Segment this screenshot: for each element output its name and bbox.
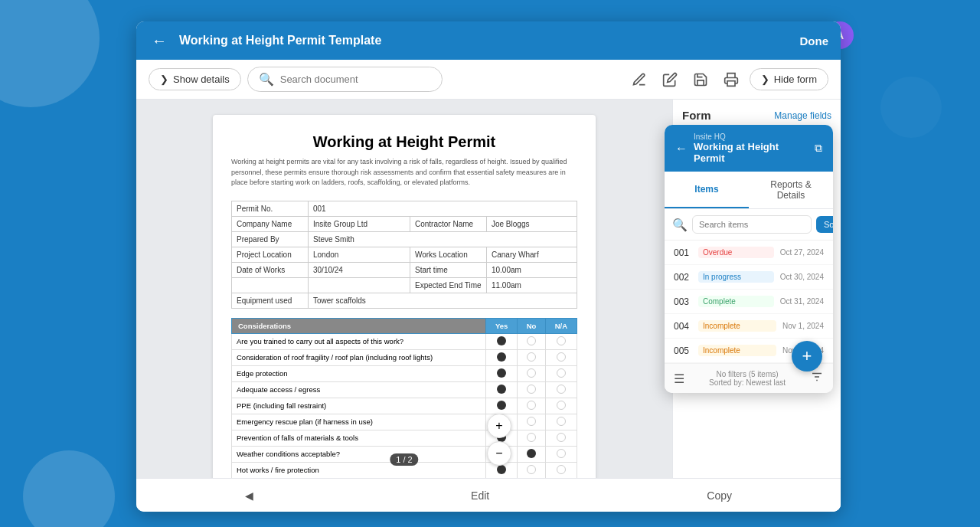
footer-filter-icon[interactable] — [810, 370, 824, 387]
page-title: Working at Height Permit Template — [179, 34, 800, 47]
consideration-no[interactable] — [518, 381, 546, 398]
consideration-na[interactable] — [545, 462, 577, 478]
field-label-end: Expected End Time — [410, 277, 486, 293]
bottom-edit-button[interactable]: Edit — [459, 486, 501, 505]
item-date: Oct 31, 2024 — [780, 297, 824, 306]
item-number: 003 — [674, 296, 692, 307]
popup-search-icon: 🔍 — [672, 218, 688, 232]
field-label-permit: Permit No. — [232, 201, 309, 216]
popup-doc-title: Working at Height Permit — [694, 141, 808, 164]
consideration-no[interactable] — [518, 414, 546, 430]
field-value-works: Canary Wharf — [486, 247, 577, 262]
svg-rect-0 — [727, 80, 735, 86]
consideration-na[interactable] — [545, 381, 577, 398]
zoom-in-button[interactable]: + — [487, 414, 511, 438]
consideration-yes[interactable] — [486, 365, 518, 381]
field-label-contractor: Contractor Name — [410, 216, 486, 231]
consideration-label: Weather conditions acceptable? — [232, 446, 486, 462]
field-label-start: Start time — [410, 262, 486, 277]
consideration-no[interactable] — [518, 333, 546, 349]
title-bar: ← Working at Height Permit Template Done — [136, 21, 841, 60]
search-icon: 🔍 — [259, 72, 274, 87]
page-indicator: 1 / 2 — [390, 453, 418, 466]
consideration-no[interactable] — [518, 365, 546, 381]
consideration-yes[interactable] — [486, 349, 518, 365]
form-header: Form Manage fields — [682, 109, 831, 122]
consideration-label: Consideration of roof fragility / roof p… — [232, 349, 486, 365]
consideration-row: Emergency rescue plan (if harness in use… — [232, 414, 577, 430]
zoom-out-button[interactable]: − — [487, 441, 511, 466]
status-badge: Incomplete — [698, 345, 776, 356]
filter-text: No filters (5 items) — [716, 370, 778, 378]
consideration-na[interactable] — [545, 365, 577, 381]
list-item[interactable]: 004IncompleteNov 1, 2024 — [665, 314, 833, 339]
print-button[interactable] — [719, 67, 743, 92]
form-title: Form — [682, 109, 711, 122]
fab-add-button[interactable]: + — [792, 341, 822, 372]
list-item[interactable]: 003CompleteOct 31, 2024 — [665, 290, 833, 314]
popup-panel: ← Insite HQ Working at Height Permit ⧉ I… — [665, 125, 833, 393]
status-badge: Overdue — [698, 247, 774, 258]
popup-header: ← Insite HQ Working at Height Permit ⧉ — [665, 125, 833, 172]
bottom-copy-button[interactable]: Copy — [694, 486, 744, 505]
sort-text: Sorted by: Newest last — [709, 378, 786, 387]
consideration-label: Hot works / fire protection — [232, 462, 486, 478]
consideration-no[interactable] — [518, 398, 546, 414]
consideration-row: Edge protection — [232, 365, 577, 381]
list-item[interactable]: 001OverdueOct 27, 2024 — [665, 241, 833, 265]
sort-button[interactable]: Sort — [816, 216, 833, 233]
consideration-na[interactable] — [545, 446, 577, 462]
consideration-na[interactable] — [545, 398, 577, 414]
bottom-bar: ◀ Edit Copy — [136, 478, 841, 512]
consideration-no[interactable] — [518, 446, 546, 462]
consideration-row: Are you trained to carry out all aspects… — [232, 333, 577, 349]
fields-table: Permit No. 001 Company Name Insite Group… — [231, 201, 577, 309]
consideration-na[interactable] — [545, 333, 577, 349]
consideration-no[interactable] — [518, 430, 546, 446]
consideration-no[interactable] — [518, 462, 546, 478]
chevron-right-icon2: ❯ — [761, 74, 769, 85]
field-value-project: London — [309, 247, 410, 262]
document-title: Working at Height Permit — [231, 133, 577, 151]
consideration-na[interactable] — [545, 430, 577, 446]
consideration-label: PPE (including fall restraint) — [232, 398, 486, 414]
consideration-label: Prevention of falls of materials & tools — [232, 430, 486, 446]
popup-search-input[interactable] — [692, 215, 812, 234]
field-value-start: 10.00am — [486, 262, 577, 277]
chevron-right-icon: ❯ — [160, 74, 168, 85]
popup-copy-button[interactable]: ⧉ — [815, 142, 822, 155]
done-button[interactable]: Done — [800, 34, 829, 47]
consideration-no[interactable] — [518, 349, 546, 365]
consideration-na[interactable] — [545, 349, 577, 365]
search-input[interactable] — [280, 74, 431, 85]
back-button[interactable]: ← — [149, 29, 170, 53]
consideration-yes[interactable] — [486, 381, 518, 398]
list-item[interactable]: 002In progressOct 30, 2024 — [665, 265, 833, 290]
tab-items[interactable]: Items — [665, 172, 749, 208]
item-number: 002 — [674, 272, 692, 283]
edit-icon-button[interactable] — [658, 67, 682, 92]
document-area: Working at Height Permit Working at heig… — [136, 100, 672, 512]
popup-back-button[interactable]: ← — [675, 142, 688, 155]
manage-fields-link[interactable]: Manage fields — [774, 110, 831, 121]
no-header: No — [518, 318, 546, 333]
yes-header: Yes — [486, 318, 518, 333]
bottom-back-button[interactable]: ◀ — [233, 486, 266, 505]
consideration-na[interactable] — [545, 414, 577, 430]
main-window: ← Working at Height Permit Template Done… — [136, 21, 841, 512]
status-badge: Incomplete — [698, 320, 776, 332]
considerations-table: Considerations Yes No N/A Are you traine… — [231, 318, 577, 495]
save-button[interactable] — [688, 67, 713, 92]
na-header: N/A — [545, 318, 577, 333]
consideration-yes[interactable] — [486, 398, 518, 414]
show-details-button[interactable]: ❯ Show details — [149, 68, 241, 90]
consideration-label: Adequate access / egress — [232, 381, 486, 398]
field-value-company: Insite Group Ltd — [309, 216, 410, 231]
annotate-button[interactable] — [627, 67, 652, 92]
item-date: Oct 30, 2024 — [780, 273, 824, 281]
footer-list-icon[interactable]: ☰ — [674, 372, 684, 386]
consideration-yes[interactable] — [486, 333, 518, 349]
tab-reports[interactable]: Reports & Details — [749, 172, 833, 208]
hide-form-button[interactable]: ❯ Hide form — [750, 68, 828, 90]
consideration-label: Edge protection — [232, 365, 486, 381]
